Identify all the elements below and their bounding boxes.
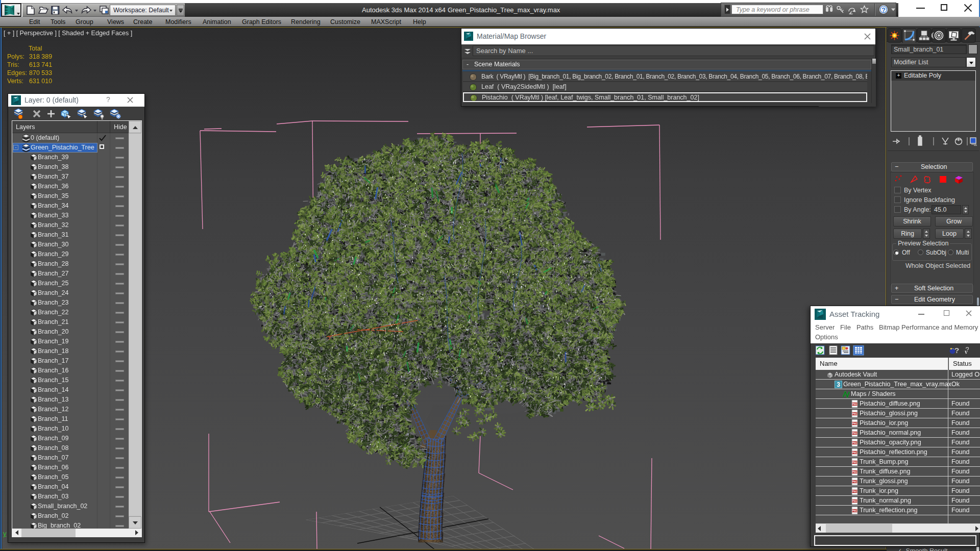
svg-text:?: ? bbox=[954, 346, 959, 355]
svg-text:PNG: PNG bbox=[852, 490, 857, 493]
svg-text:PNG: PNG bbox=[852, 452, 857, 454]
svg-text:3: 3 bbox=[837, 381, 840, 388]
svg-text:PNG: PNG bbox=[852, 500, 857, 503]
svg-text:PNG: PNG bbox=[852, 442, 857, 444]
svg-text:PNG: PNG bbox=[852, 432, 857, 435]
svg-text:PNG: PNG bbox=[852, 403, 857, 406]
svg-text:?: ? bbox=[965, 345, 969, 354]
svg-text:PNG: PNG bbox=[852, 422, 857, 425]
svg-text:?: ? bbox=[881, 6, 886, 14]
svg-text:PNG: PNG bbox=[852, 510, 857, 512]
svg-text:PNG: PNG bbox=[852, 471, 857, 473]
svg-text:PNG: PNG bbox=[852, 461, 857, 464]
svg-text:PNG: PNG bbox=[852, 413, 857, 415]
svg-text:PNG: PNG bbox=[852, 481, 857, 483]
